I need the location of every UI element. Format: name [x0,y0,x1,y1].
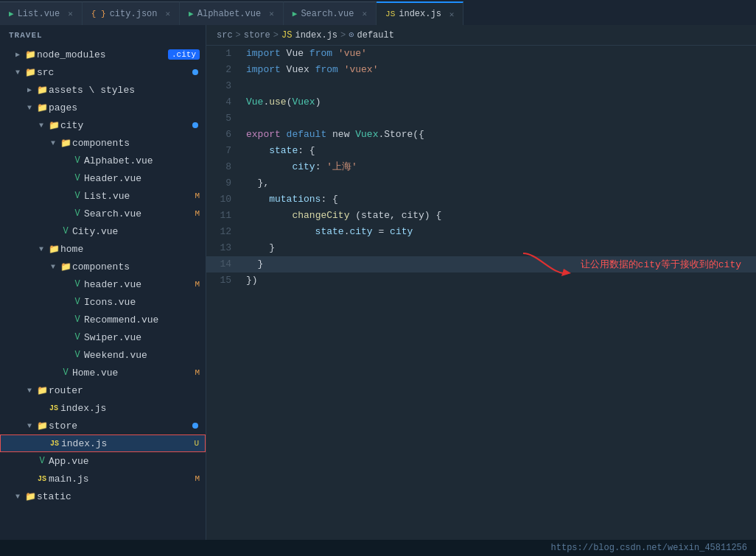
sidebar-item-router-index[interactable]: JS index.js [0,399,206,417]
close-icon[interactable]: ✕ [362,9,367,18]
sidebar-item-icons-vue[interactable]: V Icons.vue [0,293,206,311]
line-number: 5 [206,110,243,127]
sidebar-item-city[interactable]: ▼ 📁 city [0,116,206,134]
close-icon[interactable]: ✕ [449,10,455,19]
vue-icon: V [71,297,84,307]
tree-label: store [49,420,192,432]
sidebar-item-recommend-vue[interactable]: V Recommend.vue [0,311,206,328]
tree-label: index.js [60,403,206,414]
tree-label: Icons.vue [84,297,206,308]
sidebar-item-components-city[interactable]: ▼ 📁 components [0,134,206,152]
sidebar-item-list-vue[interactable]: V List.vue M [0,187,206,205]
tab-index-js[interactable]: JS index.js ✕ [377,1,463,25]
separator: > [340,30,346,41]
crumb-icon: ⊙ [349,29,354,41]
js-icon: JS [47,404,60,412]
line-content: state.city = city [243,224,756,240]
tree-label: assets \ styles [49,85,206,96]
chevron-down-icon: ▼ [24,104,35,112]
tree-label: city [60,120,192,131]
line-number: 1 [206,46,243,62]
sidebar-item-header-vue2[interactable]: V header.vue M [0,275,206,293]
tree-label: components [72,261,206,272]
sidebar-item-components-home[interactable]: ▼ 📁 components [0,258,206,275]
code-line: 6 export default new Vuex.Store({ [206,127,756,143]
code-editor[interactable]: 1 import Vue from 'vue' 2 import Vuex fr… [206,46,756,540]
line-number: 14 [206,256,243,272]
tab-label: index.js [399,9,441,19]
folder-icon: 📁 [47,244,60,255]
close-icon[interactable]: ✕ [68,9,73,18]
sidebar-item-alphabet-vue[interactable]: V Alphabet.vue [0,152,206,169]
sidebar: TRAVEL ▶ 📁 node_modules .city ▼ 📁 src ▶ … [0,25,206,540]
chevron-down-icon: ▼ [47,139,59,147]
sidebar-item-city-vue[interactable]: V City.vue [0,222,206,240]
sidebar-item-store-index[interactable]: JS index.js U [0,434,206,452]
line-number: 3 [206,78,243,94]
line-content: import Vue from 'vue' [243,46,756,62]
tab-list-vue[interactable]: ▶ List.vue ✕ [0,1,83,25]
code-line: 3 [206,78,756,94]
line-number: 10 [206,191,243,208]
code-line: 15 }) [206,272,756,289]
sidebar-item-weekend-vue[interactable]: V Weekend.vue [0,346,206,364]
modified-badge: M [195,474,200,483]
line-content: }) [243,272,756,289]
tree-label: Recommend.vue [84,314,206,325]
tab-city-json[interactable]: { } city.json ✕ [83,1,180,25]
status-bar: https://blog.csdn.net/weixin_45811256 [0,540,756,556]
vue-icon: V [71,332,84,342]
sidebar-item-home-vue[interactable]: V Home.vue M [0,364,206,381]
close-icon[interactable]: ✕ [269,9,274,18]
folder-icon: 📁 [35,85,49,96]
tree-label: Search.vue [84,208,195,219]
annotation-text: 让公用数据的city等于接收到的city [581,258,741,271]
sidebar-item-src[interactable]: ▼ 📁 src [0,63,206,81]
tree-label: main.js [49,474,195,485]
sidebar-item-node-modules[interactable]: ▶ 📁 node_modules .city [0,46,206,63]
sidebar-item-store[interactable]: ▼ 📁 store [0,417,206,434]
chevron-down-icon: ▼ [47,263,59,271]
vue-icon: V [71,279,84,289]
modified-badge: M [195,191,200,200]
line-content: state: { [243,143,756,159]
code-line: 4 Vue.use(Vuex) [206,94,756,110]
sidebar-item-app-vue[interactable]: V App.vue [0,452,206,470]
sidebar-item-search-vue[interactable]: V Search.vue M [0,205,206,222]
code-line: 9 }, [206,175,756,191]
tree-label: static [37,491,206,502]
tab-alphabet-vue[interactable]: ▶ Alphabet.vue ✕ [180,1,284,25]
line-number: 9 [206,175,243,191]
vue-icon: V [71,208,84,219]
tree-label: home [60,244,206,255]
vue-icon: V [71,155,84,166]
sidebar-item-swiper-vue[interactable]: V Swiper.vue [0,328,206,346]
vue-icon: V [59,367,72,378]
code-line: 8 city: '上海' [206,159,756,175]
untracked-badge: U [194,439,199,448]
line-number: 8 [206,159,243,175]
tree-label: Weekend.vue [84,350,206,361]
sidebar-item-assets[interactable]: ▶ 📁 assets \ styles [0,81,206,99]
sidebar-item-router[interactable]: ▼ 📁 router [0,381,206,399]
vue-icon: ▶ [293,9,298,18]
sidebar-item-main-js[interactable]: JS main.js M [0,470,206,488]
json-icon: { } [91,10,106,18]
chevron-right-icon: ▶ [24,85,35,94]
modified-badge: M [195,209,200,218]
line-content: import Vuex from 'vuex' [243,62,756,78]
line-content: changeCity (state, city) { [243,208,756,224]
tab-search-vue[interactable]: ▶ Search.vue ✕ [284,1,377,25]
tab-label: Alphabet.vue [197,9,261,19]
sidebar-item-header-vue[interactable]: V Header.vue [0,169,206,187]
tree-label: List.vue [84,191,195,202]
sidebar-item-static[interactable]: ▼ 📁 static [0,488,206,505]
folder-icon: 📁 [59,261,72,272]
sidebar-item-pages[interactable]: ▼ 📁 pages [0,99,206,116]
sidebar-item-home[interactable]: ▼ 📁 home [0,240,206,258]
vue-icon: V [71,191,84,201]
main-area: TRAVEL ▶ 📁 node_modules .city ▼ 📁 src ▶ … [0,25,756,540]
folder-icon: 📁 [35,102,49,113]
close-icon[interactable]: ✕ [165,9,170,18]
js-icon: JS [48,440,61,448]
